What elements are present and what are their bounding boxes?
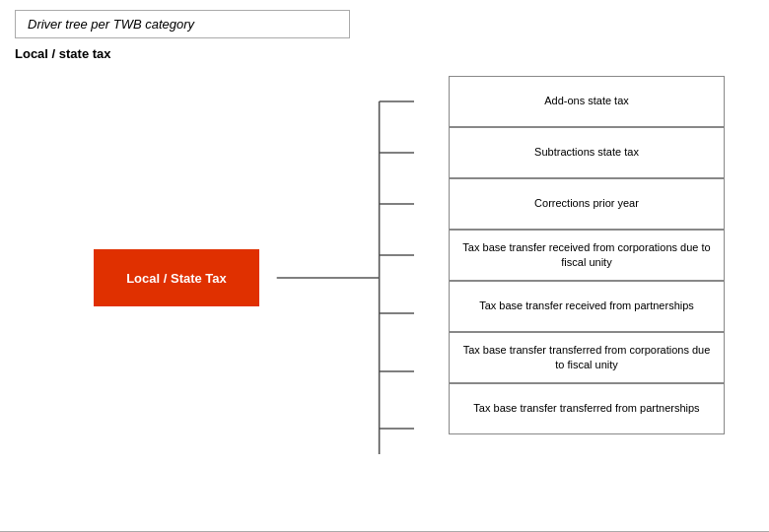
node-add-ons-state-tax[interactable]: Add-ons state tax: [449, 76, 725, 127]
node2-label: Subtractions state tax: [534, 145, 639, 160]
node4-label: Tax base transfer received from corporat…: [461, 240, 712, 271]
node-corrections-prior-year[interactable]: Corrections prior year: [449, 178, 725, 230]
node1-label: Add-ons state tax: [544, 94, 629, 108]
left-node-label: Local / State Tax: [126, 271, 227, 286]
node3-label: Corrections prior year: [534, 196, 639, 211]
local-state-tax-node[interactable]: Local / State Tax: [94, 249, 259, 306]
page-title: Driver tree per TWB category: [15, 10, 350, 38]
node-tax-base-transferred-partnerships[interactable]: Tax base transfer transferred from partn…: [449, 383, 725, 434]
subtitle: Local / state tax: [15, 46, 754, 61]
node6-label: Tax base transfer transferred from corpo…: [461, 343, 712, 373]
node-tax-base-transferred-corps[interactable]: Tax base transfer transferred from corpo…: [449, 332, 725, 383]
node-tax-base-received-partnerships[interactable]: Tax base transfer received from partners…: [449, 281, 725, 332]
node-tax-base-received-corps[interactable]: Tax base transfer received from corporat…: [449, 230, 725, 281]
page-container: Driver tree per TWB category Local / sta…: [0, 0, 769, 532]
node5-label: Tax base transfer received from partners…: [479, 299, 694, 313]
right-nodes-container: Add-ons state tax Subtractions state tax…: [449, 76, 725, 434]
node7-label: Tax base transfer transferred from partn…: [473, 401, 699, 416]
title-text: Driver tree per TWB category: [28, 17, 194, 32]
diagram-area: Local / State Tax Add-ons state tax Subt…: [15, 76, 754, 480]
node-subtractions-state-tax[interactable]: Subtractions state tax: [449, 127, 725, 178]
